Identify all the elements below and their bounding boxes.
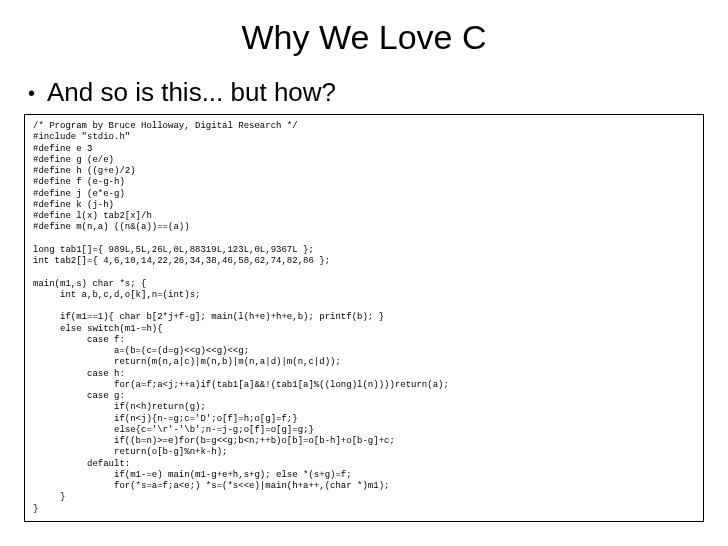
slide: Why We Love C • And so is this... but ho… bbox=[0, 0, 728, 546]
code-box: /* Program by Bruce Holloway, Digital Re… bbox=[24, 114, 704, 522]
bullet-item: • And so is this... but how? bbox=[0, 77, 728, 108]
bullet-text: And so is this... but how? bbox=[47, 77, 336, 108]
code-block: /* Program by Bruce Holloway, Digital Re… bbox=[33, 121, 695, 515]
slide-title: Why We Love C bbox=[0, 18, 728, 57]
bullet-dot-icon: • bbox=[28, 83, 35, 103]
